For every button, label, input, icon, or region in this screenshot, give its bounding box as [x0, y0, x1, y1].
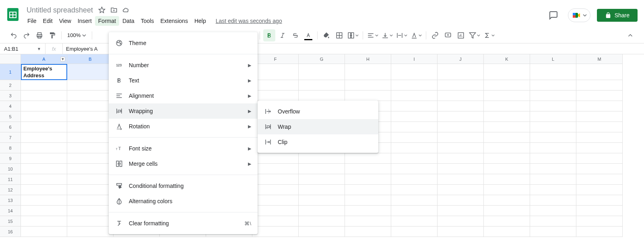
- cell[interactable]: [21, 143, 67, 153]
- cell[interactable]: [67, 122, 114, 132]
- fill-color-button[interactable]: [321, 30, 332, 41]
- cell[interactable]: [21, 206, 67, 216]
- menu-tools[interactable]: Tools: [138, 16, 157, 26]
- cell[interactable]: [438, 122, 484, 132]
- col-header[interactable]: L: [530, 54, 576, 64]
- row-header[interactable]: 2: [0, 80, 21, 91]
- cell-a1[interactable]: Employee's Address: [21, 64, 67, 80]
- share-button[interactable]: Share: [597, 9, 638, 22]
- cell[interactable]: [576, 153, 623, 164]
- cell[interactable]: [345, 80, 391, 91]
- text-wrap-button[interactable]: [395, 30, 408, 41]
- cell[interactable]: [21, 91, 67, 101]
- cell[interactable]: [576, 143, 623, 153]
- col-header-b[interactable]: B: [67, 54, 114, 64]
- cell[interactable]: [530, 153, 576, 164]
- cell[interactable]: [484, 91, 530, 101]
- sheets-logo[interactable]: [5, 6, 21, 23]
- row-header[interactable]: 3: [0, 91, 21, 101]
- cell[interactable]: [67, 216, 114, 227]
- menu-help[interactable]: Help: [191, 16, 209, 26]
- col-header[interactable]: J: [438, 54, 484, 64]
- row-header[interactable]: 13: [0, 195, 21, 206]
- cell[interactable]: [21, 195, 67, 206]
- cell[interactable]: [438, 164, 484, 174]
- cell[interactable]: [345, 153, 391, 164]
- cell[interactable]: [67, 153, 114, 164]
- cell[interactable]: [391, 111, 438, 122]
- borders-button[interactable]: [334, 30, 345, 41]
- menu-format[interactable]: Format: [95, 16, 119, 26]
- cell[interactable]: [299, 91, 345, 101]
- cell[interactable]: [438, 216, 484, 227]
- cell[interactable]: [576, 122, 623, 132]
- cell[interactable]: [252, 206, 299, 216]
- cell[interactable]: [530, 143, 576, 153]
- cell[interactable]: [438, 111, 484, 122]
- col-header[interactable]: I: [391, 54, 438, 64]
- cell[interactable]: [576, 185, 623, 195]
- cell-b1[interactable]: [67, 64, 114, 80]
- cell[interactable]: [299, 185, 345, 195]
- cell[interactable]: [391, 143, 438, 153]
- menu-alternating-colors[interactable]: Alternating colors: [109, 194, 258, 209]
- cell[interactable]: [345, 64, 391, 80]
- cell[interactable]: [438, 206, 484, 216]
- cell[interactable]: [67, 101, 114, 111]
- cell[interactable]: [484, 80, 530, 91]
- cell[interactable]: [484, 195, 530, 206]
- cell[interactable]: [67, 111, 114, 122]
- cell[interactable]: [252, 195, 299, 206]
- cell[interactable]: [438, 80, 484, 91]
- cell[interactable]: [530, 185, 576, 195]
- row-header[interactable]: 8: [0, 143, 21, 153]
- row-header[interactable]: 10: [0, 164, 21, 174]
- cell[interactable]: [484, 164, 530, 174]
- print-button[interactable]: [34, 30, 45, 41]
- cell[interactable]: [252, 91, 299, 101]
- cell[interactable]: [391, 101, 438, 111]
- cell[interactable]: [345, 227, 391, 237]
- cell[interactable]: [530, 164, 576, 174]
- cell[interactable]: [345, 185, 391, 195]
- cell[interactable]: [299, 64, 345, 80]
- menu-data[interactable]: Data: [119, 16, 138, 26]
- comments-icon[interactable]: [545, 7, 561, 23]
- cell[interactable]: [576, 101, 623, 111]
- cell[interactable]: [576, 164, 623, 174]
- cell[interactable]: [345, 216, 391, 227]
- cell[interactable]: [576, 174, 623, 185]
- cell[interactable]: [391, 206, 438, 216]
- menu-edit[interactable]: Edit: [40, 16, 56, 26]
- horizontal-align-button[interactable]: [366, 30, 379, 41]
- cell[interactable]: [576, 80, 623, 91]
- cell[interactable]: [299, 153, 345, 164]
- cell[interactable]: [484, 153, 530, 164]
- bold-button[interactable]: [263, 29, 275, 41]
- cell[interactable]: [530, 216, 576, 227]
- menu-font-size[interactable]: TT Font size ▶: [109, 141, 258, 156]
- cell[interactable]: [252, 153, 299, 164]
- insert-link-button[interactable]: [429, 30, 441, 41]
- cell[interactable]: [576, 64, 623, 80]
- row-header[interactable]: 9: [0, 153, 21, 164]
- row-header[interactable]: 16: [0, 227, 21, 237]
- menu-number[interactable]: 123 Number ▶: [109, 58, 258, 73]
- cell[interactable]: [67, 143, 114, 153]
- menu-wrapping[interactable]: Wrapping ▶: [109, 103, 258, 119]
- cell[interactable]: [438, 132, 484, 143]
- text-color-button[interactable]: [303, 30, 314, 41]
- cell[interactable]: [576, 91, 623, 101]
- cell[interactable]: [252, 164, 299, 174]
- cell[interactable]: [299, 227, 345, 237]
- row-header[interactable]: 11: [0, 174, 21, 185]
- meet-button[interactable]: [568, 8, 590, 22]
- menu-text[interactable]: Text ▶: [109, 73, 258, 88]
- cell[interactable]: [391, 174, 438, 185]
- cell[interactable]: [438, 185, 484, 195]
- cell[interactable]: [484, 174, 530, 185]
- menu-alignment[interactable]: Alignment ▶: [109, 88, 258, 103]
- row-header[interactable]: 6: [0, 122, 21, 132]
- cell[interactable]: [391, 185, 438, 195]
- cell[interactable]: [299, 216, 345, 227]
